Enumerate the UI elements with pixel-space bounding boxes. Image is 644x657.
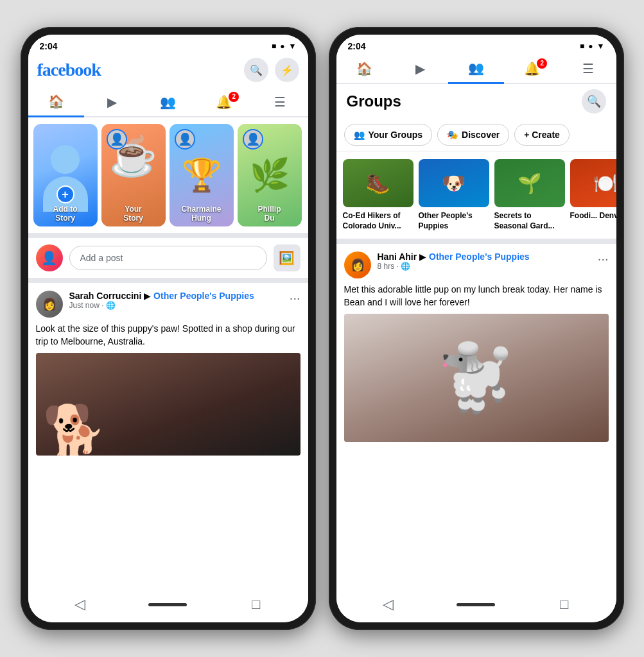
group-card-name-garden: Secrets to Seasonal Gard...	[494, 211, 565, 231]
group-card-img-food: 🍽️	[570, 159, 616, 207]
feed-post: 👩 Sarah Corruccini ▶ Other People's Pupp…	[28, 283, 308, 463]
story-charmaine-label: Charmaine Hung	[170, 205, 234, 223]
nav-notifications[interactable]: 🔔 2	[196, 88, 252, 116]
messenger-button[interactable]: ⚡	[275, 58, 299, 82]
group-card-img-hikers: 🥾	[343, 159, 413, 207]
group-post-group-name[interactable]: Other People's Puppies	[429, 252, 530, 262]
groups-nav-home[interactable]: 🏠	[336, 55, 392, 83]
groups-scroll: 🥾 Co-Ed Hikers of Colorado Univ... 🐶 Oth…	[336, 151, 616, 589]
food-emoji: 🍽️	[593, 172, 616, 194]
filter-your-groups[interactable]: 👥 Your Groups	[344, 124, 433, 146]
group-post-meta: Hani Ahir ▶ Other People's Puppies 8 hrs…	[378, 252, 591, 271]
nav-home[interactable]: 🏠	[28, 87, 84, 117]
story-add-label: Add to Story	[33, 205, 98, 223]
bottom-nav-2: ◁ □	[336, 589, 616, 622]
groups-header: Groups 🔍	[336, 84, 616, 119]
dog-image: 🐕	[42, 402, 107, 456]
menu-icon: ☰	[274, 94, 286, 110]
group-card-garden[interactable]: 🌱 Secrets to Seasonal Gard...	[494, 159, 565, 231]
nav-watch[interactable]: ▶	[84, 88, 140, 116]
watch-icon: ▶	[107, 94, 117, 110]
back-button-1[interactable]: ◁	[71, 595, 89, 613]
filter-discover[interactable]: 🎭 Discover	[437, 124, 509, 146]
dot-icon-2: ●	[588, 42, 593, 51]
status-icons-2: ■ ● ▼	[580, 42, 604, 51]
phone-2: 2:04 ■ ● ▼ 🏠 ▶ 👥 🔔	[329, 27, 624, 630]
story-your-avatar: 👤	[107, 129, 127, 149]
hikers-emoji: 🥾	[366, 172, 390, 194]
group-card-img-garden: 🌱	[494, 159, 565, 207]
groups-groups-icon: 👥	[468, 60, 484, 76]
stories-row: + Add to Story ☕ 👤 Your	[28, 117, 308, 238]
nav-menu[interactable]: ☰	[252, 88, 308, 116]
group-post-text: Met this adorable little pup on my lunch…	[344, 284, 609, 309]
group-card-name-hikers: Co-Ed Hikers of Colorado Univ...	[343, 211, 413, 231]
group-post: 👩 Hani Ahir ▶ Other People's Puppies 8 h…	[336, 244, 616, 450]
search-icon: 🔍	[250, 64, 263, 76]
groups-nav-notifications[interactable]: 🔔 2	[504, 55, 560, 83]
create-label: + Create	[524, 130, 560, 140]
story-phillip-avatar: 👤	[243, 129, 263, 149]
groups-title: Groups	[347, 92, 401, 110]
story-add[interactable]: + Add to Story	[33, 124, 98, 226]
groups-notifications-badge: 2	[537, 58, 547, 69]
add-post-input[interactable]: Add a post	[69, 246, 267, 270]
groups-home-icon: 🏠	[356, 61, 372, 76]
fb-header: facebook 🔍 ⚡	[28, 54, 308, 87]
status-time-2: 2:04	[348, 41, 366, 51]
post-image: 🐕	[36, 353, 300, 456]
post-user-name: Sarah Corruccini ▶ Other People's Puppie…	[69, 291, 283, 301]
home-indicator-1[interactable]	[148, 603, 187, 606]
fb-nav: 🏠 ▶ 👥 🔔 2 ☰	[28, 87, 308, 117]
post-header: 👩 Sarah Corruccini ▶ Other People's Pupp…	[36, 291, 300, 318]
status-bar-1: 2:04 ■ ● ▼	[28, 35, 308, 54]
group-post-more-button[interactable]: ···	[598, 252, 609, 266]
group-post-user-name: Hani Ahir ▶ Other People's Puppies	[378, 252, 591, 262]
groups-filter-row: 👥 Your Groups 🎭 Discover + Create	[336, 119, 616, 151]
search-button[interactable]: 🔍	[244, 58, 268, 82]
story-your[interactable]: ☕ 👤 Your Story	[101, 124, 166, 226]
groups-search-icon: 🔍	[587, 94, 601, 108]
groups-nav-menu[interactable]: ☰	[560, 55, 616, 83]
person-head	[51, 145, 80, 174]
group-post-time: 8 hrs · 🌐	[378, 262, 591, 271]
home-indicator-2[interactable]	[457, 603, 495, 606]
post-time: Just now · 🌐	[69, 301, 283, 310]
group-card-food[interactable]: 🍽️ Foodi... Denve...	[570, 159, 616, 231]
story-phillip-label: Phillip Du	[238, 205, 302, 223]
post-group-name[interactable]: Other People's Puppies	[153, 291, 254, 301]
post-user-avatar: 👩	[36, 291, 63, 318]
recents-button-2[interactable]: □	[555, 595, 573, 613]
groups-nav-watch[interactable]: ▶	[392, 55, 448, 83]
battery-icon-2: ■	[580, 42, 584, 51]
puppies-emoji: 🐶	[442, 172, 466, 194]
post-more-button[interactable]: ···	[290, 291, 300, 305]
story-your-label: Your Story	[101, 205, 166, 223]
filter-create[interactable]: + Create	[514, 124, 570, 146]
back-button-2[interactable]: ◁	[379, 595, 397, 613]
groups-search-button[interactable]: 🔍	[582, 89, 606, 114]
group-card-puppies[interactable]: 🐶 Other People's Puppies	[419, 159, 489, 231]
facebook-logo: facebook	[37, 60, 101, 80]
post-box: 👤 Add a post 🖼️	[28, 238, 308, 283]
group-card-name-food: Foodi... Denve...	[570, 211, 616, 221]
phone-1: 2:04 ■ ● ▼ facebook 🔍 ⚡	[21, 27, 316, 630]
story-phillip[interactable]: 🌿 👤 Phillip Du	[238, 124, 302, 226]
bottom-nav-1: ◁ □	[28, 589, 308, 622]
nav-friends[interactable]: 👥	[140, 88, 196, 116]
groups-watch-icon: ▶	[415, 61, 425, 76]
post-avatar: 👤	[36, 244, 63, 271]
group-card-name-puppies: Other People's Puppies	[419, 211, 489, 231]
post-photo-button[interactable]: 🖼️	[274, 244, 300, 271]
groups-nav-groups[interactable]: 👥	[448, 54, 504, 84]
discover-label: Discover	[462, 130, 500, 140]
messenger-icon: ⚡	[281, 64, 293, 76]
groups-nav: 🏠 ▶ 👥 🔔 2 ☰	[336, 54, 616, 84]
your-groups-label: Your Groups	[369, 130, 423, 140]
story-charmaine[interactable]: 🏆 👤 Charmaine Hung	[170, 124, 234, 226]
group-card-hikers[interactable]: 🥾 Co-Ed Hikers of Colorado Univ...	[343, 159, 413, 231]
photo-icon: 🖼️	[279, 250, 295, 266]
bean-dog-image: 🐩	[436, 340, 516, 416]
group-post-avatar: 👩	[344, 252, 371, 278]
recents-button-1[interactable]: □	[247, 595, 265, 613]
